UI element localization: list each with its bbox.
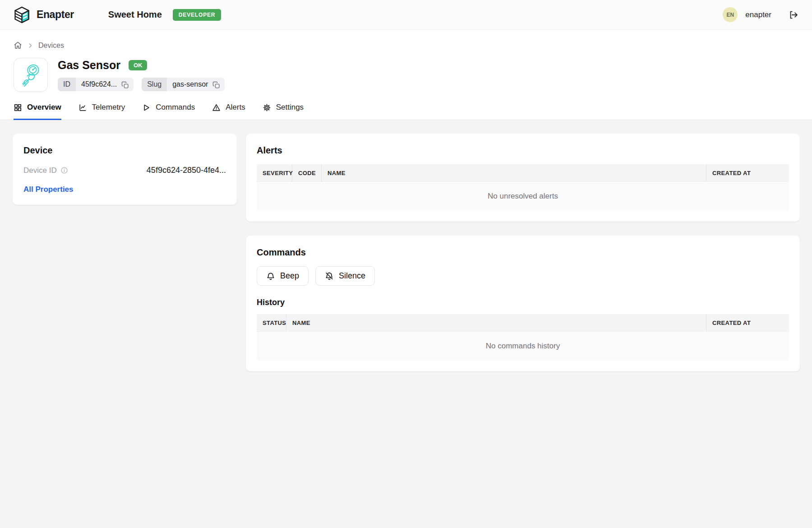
device-slug-chip: Slug gas-sensor: [142, 78, 225, 91]
page-header-section: Devices Gas Sensor OK: [0, 30, 812, 120]
history-table: STATUS NAME CREATED AT No commands histo…: [257, 314, 789, 361]
grid-icon: [14, 103, 22, 112]
all-properties-link[interactable]: All Properties: [23, 185, 74, 194]
info-icon[interactable]: [60, 167, 68, 174]
commands-card: Commands Beep: [246, 236, 800, 371]
device-id-label: Device ID: [23, 166, 57, 175]
device-meta-chips: ID 45f9c624... Slug gas-sensor: [58, 78, 225, 91]
copy-slug-button[interactable]: [212, 80, 225, 89]
copy-icon: [212, 81, 220, 89]
device-header: Gas Sensor OK ID 45f9c624...: [0, 57, 812, 92]
gear-icon: [263, 103, 271, 112]
tab-label: Alerts: [226, 103, 245, 112]
device-slug-chip-label: Slug: [142, 78, 167, 91]
right-column: Alerts SEVERITY CODE NAME CREATED AT No …: [246, 134, 800, 371]
column-header-name: NAME: [322, 164, 706, 181]
breadcrumb-home-link[interactable]: [14, 41, 22, 50]
copy-icon: [121, 81, 129, 89]
copy-device-id-button[interactable]: [120, 80, 134, 89]
chevron-right-icon: [27, 42, 33, 49]
breadcrumb-devices-link[interactable]: Devices: [38, 42, 64, 50]
top-bar-right: EN enapter: [723, 7, 798, 22]
gas-sensor-icon: [18, 62, 44, 88]
chart-icon: [78, 103, 87, 112]
device-title-block: Gas Sensor OK ID 45f9c624...: [58, 58, 225, 91]
logout-icon: [788, 10, 798, 20]
user-avatar[interactable]: EN: [723, 7, 738, 22]
top-bar: Enapter Sweet Home DEVELOPER EN enapter: [0, 0, 812, 30]
alerts-card: Alerts SEVERITY CODE NAME CREATED AT No …: [246, 134, 800, 222]
column-header-status: STATUS: [257, 314, 286, 331]
column-header-name: NAME: [286, 314, 706, 331]
user-name[interactable]: enapter: [745, 10, 771, 19]
breadcrumb: Devices: [0, 30, 812, 57]
play-icon: [142, 103, 151, 112]
site-name[interactable]: Sweet Home: [108, 9, 162, 20]
tab-label: Overview: [27, 103, 61, 112]
device-id-chip-value: 45f9c624...: [76, 78, 120, 91]
history-table-header: STATUS NAME CREATED AT: [257, 314, 789, 331]
device-status-badge: OK: [129, 60, 148, 70]
history-empty-state: No commands history: [257, 331, 789, 361]
role-badge: DEVELOPER: [173, 9, 221, 21]
logout-button[interactable]: [788, 10, 798, 20]
device-slug-chip-value: gas-sensor: [167, 78, 212, 91]
history-title: History: [257, 298, 789, 307]
device-id-chip-label: ID: [58, 78, 76, 91]
tab-label: Settings: [276, 103, 304, 112]
column-header-created-at: CREATED AT: [706, 164, 789, 181]
column-header-created-at: CREATED AT: [706, 314, 789, 331]
alerts-empty-state: No unresolved alerts: [257, 181, 789, 211]
tab-overview[interactable]: Overview: [14, 103, 61, 120]
column-header-severity: SEVERITY: [257, 164, 292, 181]
alerts-table: SEVERITY CODE NAME CREATED AT No unresol…: [257, 164, 789, 211]
bell-off-icon: [325, 272, 334, 281]
command-buttons: Beep Silence: [257, 266, 789, 286]
tab-alerts[interactable]: Alerts: [212, 103, 245, 120]
commands-card-title: Commands: [257, 247, 789, 258]
silence-button-label: Silence: [339, 271, 365, 281]
enapter-logo-icon: [14, 6, 30, 23]
device-id-label-group: Device ID: [23, 166, 68, 175]
brand-name: Enapter: [37, 9, 74, 21]
device-title: Gas Sensor: [58, 59, 120, 72]
device-id-chip: ID 45f9c624...: [58, 78, 134, 91]
tab-label: Telemetry: [92, 103, 125, 112]
device-card: Device Device ID 45f9c624-2850-4fe4... A…: [13, 134, 237, 205]
beep-button-label: Beep: [280, 271, 299, 281]
beep-command-button[interactable]: Beep: [257, 266, 309, 286]
tab-settings[interactable]: Settings: [263, 103, 304, 120]
device-tabs: Overview Telemetry Commands: [0, 103, 812, 120]
alerts-card-title: Alerts: [257, 145, 789, 156]
column-header-code: CODE: [292, 164, 322, 181]
main-content: Device Device ID 45f9c624-2850-4fe4... A…: [0, 120, 812, 371]
bell-icon: [266, 272, 275, 281]
tab-telemetry[interactable]: Telemetry: [78, 103, 125, 120]
device-id-row: Device ID 45f9c624-2850-4fe4...: [23, 166, 226, 175]
silence-command-button[interactable]: Silence: [315, 266, 375, 286]
tab-commands[interactable]: Commands: [142, 103, 195, 120]
device-card-title: Device: [23, 145, 226, 156]
device-image: [14, 58, 48, 92]
left-column: Device Device ID 45f9c624-2850-4fe4... A…: [13, 134, 237, 205]
device-id-value: 45f9c624-2850-4fe4...: [147, 166, 226, 175]
alerts-table-header: SEVERITY CODE NAME CREATED AT: [257, 164, 789, 181]
brand-home-link[interactable]: Enapter: [14, 6, 74, 23]
warning-icon: [212, 103, 221, 112]
tab-label: Commands: [156, 103, 195, 112]
home-icon: [14, 41, 22, 50]
